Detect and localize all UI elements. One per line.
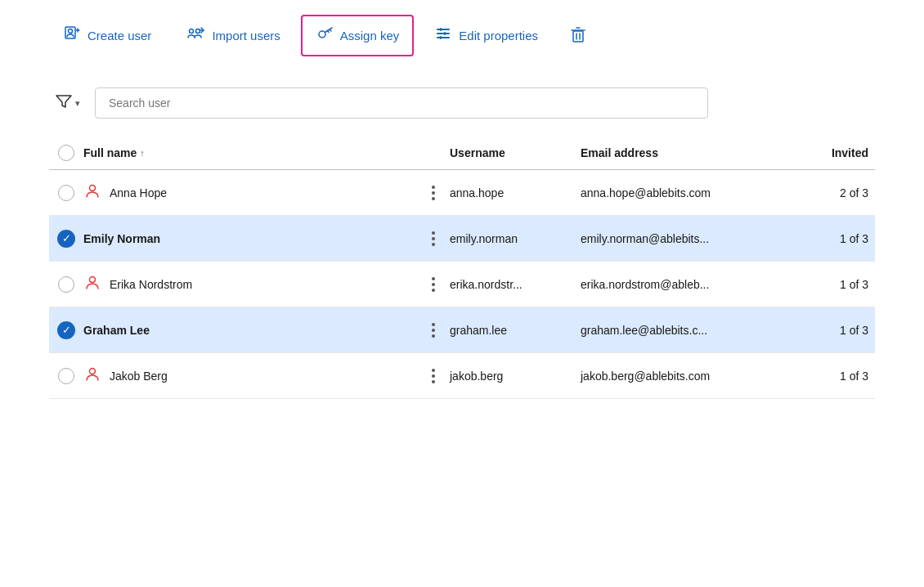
table-header: Full name ↑ Username Email address Invit… xyxy=(49,138,875,170)
svg-rect-15 xyxy=(440,36,442,39)
checkbox-unchecked[interactable] xyxy=(58,368,74,384)
row-email: jakob.berg@ablebits.com xyxy=(581,370,793,383)
row-context-menu-button[interactable] xyxy=(417,231,450,246)
edit-properties-icon xyxy=(434,25,452,47)
row-username: erika.nordstr... xyxy=(450,278,581,291)
row-invited: 1 of 3 xyxy=(793,370,875,383)
svg-rect-12 xyxy=(437,37,450,38)
row-invited: 1 of 3 xyxy=(793,232,875,245)
row-checkbox[interactable]: ✓ xyxy=(49,230,83,248)
delete-icon xyxy=(569,25,587,46)
create-user-icon xyxy=(63,25,81,47)
dots-icon xyxy=(432,186,435,200)
row-name-text: Anna Hope xyxy=(110,186,167,199)
filter-row: ▾ xyxy=(49,87,875,119)
assign-key-button[interactable]: Assign key xyxy=(301,15,415,56)
filter-chevron-icon: ▾ xyxy=(75,98,80,109)
row-context-menu-button[interactable] xyxy=(417,323,450,338)
row-fullname: Anna Hope xyxy=(83,170,417,215)
row-email: anna.hope@ablebits.com xyxy=(581,186,793,199)
import-users-label: Import users xyxy=(212,29,280,43)
header-checkbox[interactable] xyxy=(49,145,83,161)
create-user-button[interactable]: Create user xyxy=(49,16,165,56)
checkbox-checked-icon[interactable]: ✓ xyxy=(57,230,75,248)
table-row: ✓Graham Lee graham.leegraham.lee@ablebit… xyxy=(49,307,875,353)
filter-icon xyxy=(56,94,72,112)
row-checkbox[interactable] xyxy=(49,368,83,384)
table-row: Erika Nordstrom erika.nordstr...erika.no… xyxy=(49,262,875,307)
svg-point-21 xyxy=(90,186,96,191)
svg-rect-11 xyxy=(437,33,450,34)
svg-rect-10 xyxy=(437,29,450,30)
table-row: ✓Emily Norman emily.normanemily.norman@a… xyxy=(49,216,875,262)
svg-point-23 xyxy=(90,369,96,374)
col-header-email: Email address xyxy=(581,146,793,159)
row-fullname: Jakob Berg xyxy=(83,353,417,398)
row-username: emily.norman xyxy=(450,232,581,245)
row-name-text: Emily Norman xyxy=(83,232,160,245)
row-invited: 1 of 3 xyxy=(793,324,875,337)
filter-button[interactable]: ▾ xyxy=(49,89,87,117)
svg-point-4 xyxy=(190,29,194,34)
row-email: erika.nordstrom@ableb... xyxy=(581,278,793,291)
svg-point-7 xyxy=(319,31,325,38)
row-username: jakob.berg xyxy=(450,370,581,383)
import-users-icon xyxy=(186,25,205,47)
svg-rect-14 xyxy=(444,32,446,35)
search-input[interactable] xyxy=(95,87,708,119)
table-row: Jakob Berg jakob.bergjakob.berg@ablebits… xyxy=(49,353,875,399)
col-header-username: Username xyxy=(450,146,581,159)
row-name-text: Erika Nordstrom xyxy=(110,278,192,291)
toolbar: Create user Import users Assign ke xyxy=(0,0,924,71)
row-context-menu-button[interactable] xyxy=(417,277,450,292)
row-username: graham.lee xyxy=(450,324,581,337)
row-checkbox[interactable] xyxy=(49,276,83,293)
svg-point-22 xyxy=(90,277,96,283)
user-avatar-icon xyxy=(83,273,101,295)
svg-line-9 xyxy=(327,31,329,33)
dots-icon xyxy=(432,277,435,292)
assign-key-label: Assign key xyxy=(340,29,400,43)
row-fullname: Erika Nordstrom xyxy=(83,262,417,307)
row-context-menu-button[interactable] xyxy=(417,186,450,200)
edit-properties-button[interactable]: Edit properties xyxy=(420,16,552,56)
user-table: Full name ↑ Username Email address Invit… xyxy=(49,138,875,399)
svg-line-8 xyxy=(330,29,331,31)
col-header-invited: Invited xyxy=(793,146,875,159)
dots-icon xyxy=(432,231,435,246)
row-fullname: Graham Lee xyxy=(83,312,417,348)
assign-key-icon xyxy=(316,25,334,47)
sort-arrow-icon: ↑ xyxy=(140,148,145,158)
row-email: emily.norman@ablebits... xyxy=(581,232,793,245)
svg-rect-13 xyxy=(440,28,442,31)
row-fullname: Emily Norman xyxy=(83,221,417,257)
row-context-menu-button[interactable] xyxy=(417,369,450,383)
row-checkbox[interactable] xyxy=(49,185,83,201)
svg-point-5 xyxy=(196,29,200,34)
edit-properties-label: Edit properties xyxy=(459,29,538,43)
col-header-fullname[interactable]: Full name ↑ xyxy=(83,146,417,159)
dots-icon xyxy=(432,369,435,383)
checkbox-checked-icon[interactable]: ✓ xyxy=(57,321,75,339)
svg-point-1 xyxy=(69,29,73,34)
dots-icon xyxy=(432,323,435,338)
main-content: ▾ Full name ↑ Username Email address Inv… xyxy=(0,71,924,409)
table-row: Anna Hope anna.hopeanna.hope@ablebits.co… xyxy=(49,170,875,216)
row-name-text: Jakob Berg xyxy=(110,370,168,383)
row-invited: 2 of 3 xyxy=(793,186,875,199)
row-invited: 1 of 3 xyxy=(793,278,875,291)
table-body: Anna Hope anna.hopeanna.hope@ablebits.co… xyxy=(49,170,875,399)
create-user-label: Create user xyxy=(87,29,151,43)
row-checkbox[interactable]: ✓ xyxy=(49,321,83,339)
user-avatar-icon xyxy=(83,181,101,204)
import-users-button[interactable]: Import users xyxy=(172,16,294,56)
row-email: graham.lee@ablebits.c... xyxy=(581,324,793,337)
checkbox-unchecked[interactable] xyxy=(58,185,74,201)
header-select-all[interactable] xyxy=(58,145,74,161)
row-name-text: Graham Lee xyxy=(83,324,150,337)
row-username: anna.hope xyxy=(450,186,581,199)
delete-button[interactable] xyxy=(558,16,598,55)
checkbox-unchecked[interactable] xyxy=(58,276,74,293)
user-avatar-icon xyxy=(83,365,101,387)
svg-rect-16 xyxy=(573,31,583,42)
